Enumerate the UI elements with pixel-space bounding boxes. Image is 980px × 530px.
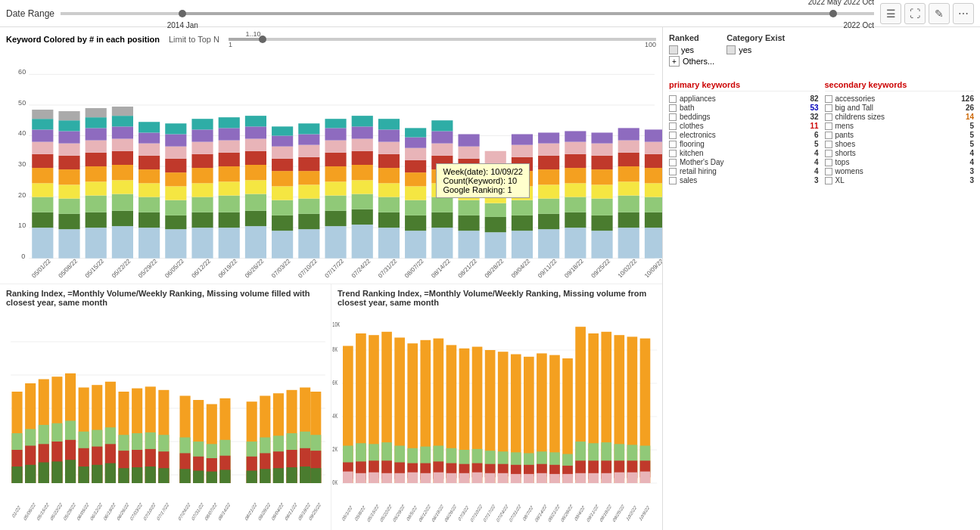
svg-rect-143 <box>352 151 373 165</box>
svg-rect-428 <box>472 473 483 483</box>
kw-shoes-cb[interactable] <box>825 141 832 148</box>
svg-rect-198 <box>512 186 533 200</box>
svg-text:07/10/22: 07/10/22 <box>470 503 483 523</box>
svg-rect-50 <box>112 180 133 194</box>
svg-rect-463 <box>562 474 573 483</box>
svg-rect-120 <box>298 199 319 214</box>
svg-text:07/17/22: 07/17/22 <box>156 501 170 522</box>
svg-rect-287 <box>92 465 102 483</box>
svg-rect-110 <box>272 200 293 215</box>
kw-shorts-cb[interactable] <box>825 150 832 157</box>
svg-rect-69 <box>165 215 186 229</box>
edit-icon[interactable]: ✎ <box>929 3 950 24</box>
kw-mothersday-cb[interactable] <box>669 159 677 166</box>
kw-beddings-cb[interactable] <box>669 113 677 121</box>
svg-rect-196 <box>512 215 533 231</box>
svg-rect-172 <box>431 169 453 183</box>
kw-womens: womens 3 <box>825 167 975 175</box>
kw-electronics-count: 6 <box>804 131 819 139</box>
svg-rect-179 <box>458 215 479 231</box>
kw-bath-cb[interactable] <box>669 104 677 112</box>
kw-clothes-name: clothes <box>680 122 801 130</box>
kw-sales-name: sales <box>680 176 801 184</box>
kw-accessories-name: accessories <box>835 95 957 103</box>
svg-text:05/29/22: 05/29/22 <box>137 257 159 277</box>
svg-rect-166 <box>405 128 426 137</box>
kw-childrenssizes-cb[interactable] <box>825 113 832 121</box>
kw-sales-cb[interactable] <box>669 177 677 184</box>
limit-slider[interactable]: 1..10 1 100 <box>229 30 656 48</box>
kw-womens-cb[interactable] <box>825 168 832 175</box>
more-icon[interactable]: ⋯ <box>953 3 974 24</box>
kw-retailhiring-cb[interactable] <box>669 168 677 175</box>
slider-thumb-left[interactable] <box>179 10 186 17</box>
svg-rect-443 <box>511 474 521 483</box>
kw-clothes-cb[interactable] <box>669 122 677 130</box>
svg-rect-139 <box>352 209 373 225</box>
bottom-left-svg: 01/22 05/06/22 05/15/22 05/22/22 05/29/2… <box>0 308 331 530</box>
svg-rect-247 <box>645 129 662 141</box>
kw-pants-cb[interactable] <box>825 132 832 139</box>
svg-rect-162 <box>405 172 426 186</box>
svg-rect-106 <box>245 116 266 126</box>
svg-rect-130 <box>325 196 346 211</box>
kw-clothes-count: 11 <box>804 122 819 130</box>
svg-rect-182 <box>458 172 479 186</box>
svg-rect-208 <box>538 169 559 184</box>
category-title: Category Exist <box>726 33 785 42</box>
kw-tops-cb[interactable] <box>825 159 832 166</box>
kw-appliances-cb[interactable] <box>669 95 677 103</box>
svg-rect-48 <box>112 211 133 226</box>
ranked-yes-checkbox[interactable] <box>669 45 678 54</box>
kw-electronics-cb[interactable] <box>669 132 677 139</box>
svg-rect-38 <box>86 196 107 212</box>
kw-tops: tops 4 <box>825 158 975 166</box>
limit-val-max: 100 <box>645 41 656 48</box>
svg-rect-151 <box>378 183 400 197</box>
kw-retailhiring: retail hiring 4 <box>669 167 819 175</box>
kw-kitchen-cb[interactable] <box>669 150 677 157</box>
ranked-others-label: Others... <box>683 57 714 66</box>
svg-rect-133 <box>325 153 346 166</box>
svg-text:05/15/22: 05/15/22 <box>36 501 50 522</box>
svg-rect-262 <box>25 465 36 483</box>
svg-text:06/19/22: 06/19/22 <box>103 501 117 522</box>
date-range-slider[interactable]: 2014 Jan 2022 May 2022 Oct 2022 Oct <box>61 6 874 21</box>
svg-rect-170 <box>431 197 453 212</box>
svg-rect-96 <box>219 117 240 128</box>
limit-thumb[interactable] <box>259 36 266 43</box>
ranked-others-btn[interactable]: + <box>669 56 680 67</box>
kw-flooring-cb[interactable] <box>669 141 677 148</box>
svg-rect-244 <box>645 168 662 183</box>
svg-rect-51 <box>112 165 133 180</box>
svg-rect-231 <box>618 228 639 259</box>
svg-rect-473 <box>588 473 599 483</box>
svg-rect-85 <box>191 129 213 141</box>
main-content: Keyword Colored by # in each position Li… <box>0 27 980 530</box>
svg-rect-204 <box>538 229 559 259</box>
svg-rect-17 <box>32 183 53 197</box>
limit-label: Limit to Top N <box>169 35 219 44</box>
svg-rect-98 <box>245 226 266 259</box>
expand-icon[interactable]: ⛶ <box>904 3 926 24</box>
limit-track <box>229 38 656 41</box>
svg-rect-119 <box>298 214 319 229</box>
svg-rect-152 <box>378 168 400 183</box>
svg-text:10/02/22: 10/02/22 <box>617 257 639 277</box>
kw-mens-cb[interactable] <box>825 122 832 130</box>
svg-rect-95 <box>219 128 240 140</box>
svg-text:05/15/22: 05/15/22 <box>84 257 106 277</box>
limit-range-label: 1..10 <box>246 30 261 38</box>
svg-rect-88 <box>219 228 240 259</box>
svg-rect-111 <box>272 186 293 200</box>
kw-xl-cb[interactable] <box>825 177 832 184</box>
kw-bigtall-cb[interactable] <box>825 104 832 112</box>
kw-childrenssizes-name: childrens sizes <box>835 113 957 121</box>
kw-accessories-cb[interactable] <box>825 95 832 103</box>
table-icon[interactable]: ☰ <box>880 3 901 24</box>
category-yes-checkbox[interactable] <box>726 45 736 54</box>
svg-rect-19 <box>32 154 53 168</box>
kw-tops-name: tops <box>835 158 957 166</box>
slider-thumb-right[interactable] <box>829 10 837 17</box>
keywords-row: primary keywords appliances 82 bath 53 b… <box>669 80 974 524</box>
